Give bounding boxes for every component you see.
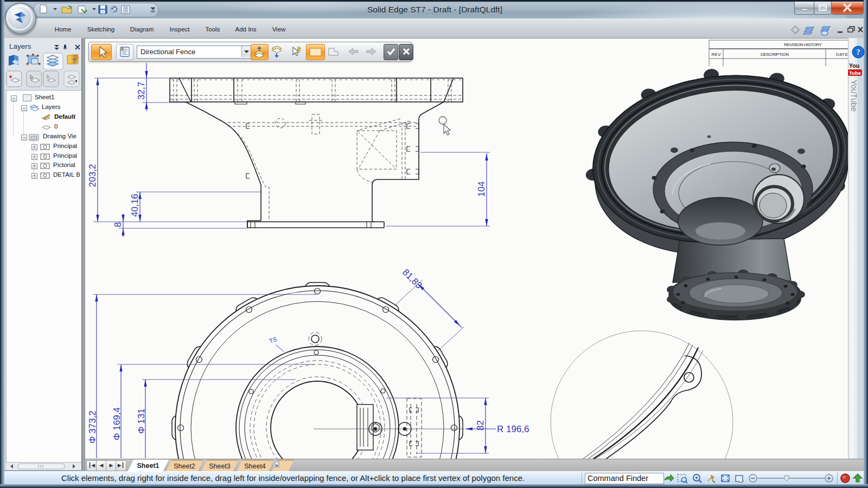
svg-text:32,7: 32,7 [136,82,146,100]
svg-text:REVISION HISTORY: REVISION HISTORY [784,42,822,47]
svg-text:Tube: Tube [849,70,861,76]
svg-text:8: 8 [113,222,123,227]
svg-text:You: You [849,62,859,69]
svg-text:203,2: 203,2 [87,164,98,187]
svg-text:Φ 169,4: Φ 169,4 [112,407,122,440]
svg-text:R 196,6: R 196,6 [497,424,529,434]
svg-text:REV: REV [712,52,722,57]
svg-text:40,16: 40,16 [130,194,140,217]
svg-text:82: 82 [475,420,486,431]
svg-text:104: 104 [476,182,487,197]
svg-text:Φ 131: Φ 131 [136,408,146,434]
svg-text:DESCRIPTION: DESCRIPTION [761,52,789,57]
svg-text:YouTube: YouTube [850,80,859,112]
svg-text:Φ 373,2: Φ 373,2 [87,410,98,444]
svg-text:?: ? [72,57,76,65]
svg-text:?: ? [857,48,860,56]
